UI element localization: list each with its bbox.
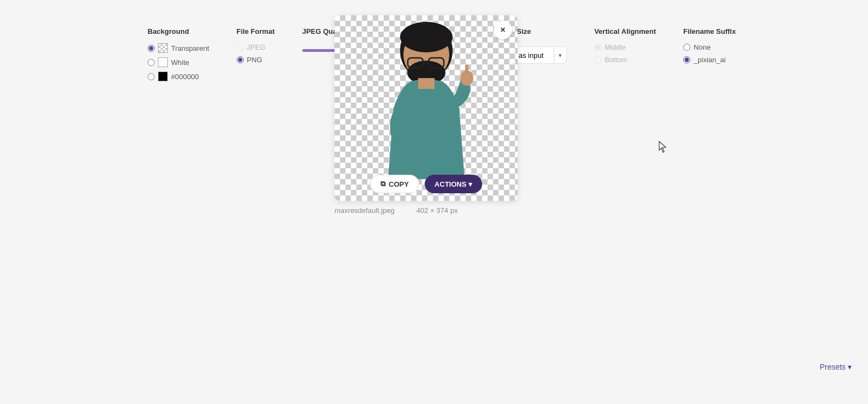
presets-link[interactable]: Presets ▾: [820, 363, 852, 371]
format-png-radio[interactable]: [237, 56, 244, 63]
copy-label: COPY: [389, 180, 409, 188]
format-jpeg-label: JPEG: [247, 43, 266, 51]
suffix-pixian-radio[interactable]: [683, 56, 690, 63]
background-white-label: White: [171, 58, 189, 67]
background-custom-radio[interactable]: [148, 73, 155, 80]
background-transparent-radio[interactable]: [148, 45, 155, 52]
transparent-swatch: [158, 43, 168, 53]
actions-button[interactable]: ACTIONS ▾: [425, 175, 482, 193]
suffix-pixian-row[interactable]: _pixian_ai: [683, 56, 736, 64]
alignment-bottom-label: Bottom: [605, 56, 627, 64]
vertical-alignment-group: Vertical Alignment Middle Bottom: [594, 27, 656, 64]
image-filename: maxresdefault.jpeg: [335, 206, 395, 215]
background-group: Background Transparent White #000000: [148, 27, 209, 81]
white-swatch: [158, 57, 168, 67]
actions-label: ACTIONS ▾: [435, 180, 472, 188]
result-size-arrow-icon[interactable]: ▾: [554, 52, 566, 59]
custom-color-swatch: [158, 72, 168, 81]
background-transparent-label: Transparent: [171, 44, 209, 52]
format-png-label: PNG: [247, 56, 262, 64]
file-format-title: File Format: [237, 27, 275, 35]
alignment-bottom-row[interactable]: Bottom: [594, 56, 656, 64]
filename-suffix-group: Filename Suffix None _pixian_ai: [683, 27, 736, 64]
suffix-none-radio[interactable]: [683, 44, 690, 51]
format-jpeg-radio[interactable]: [237, 44, 244, 51]
background-hex-label: #000000: [171, 73, 199, 81]
close-button[interactable]: ×: [494, 21, 512, 39]
format-jpeg-row[interactable]: JPEG: [237, 43, 275, 51]
format-png-row[interactable]: PNG: [237, 56, 275, 64]
filename-suffix-title: Filename Suffix: [683, 27, 736, 35]
svg-rect-9: [465, 64, 468, 76]
suffix-pixian-label: _pixian_ai: [694, 56, 726, 64]
person-image: [335, 15, 518, 201]
background-title: Background: [148, 27, 209, 35]
alignment-middle-row[interactable]: Middle: [594, 43, 656, 51]
suffix-none-label: None: [694, 43, 711, 51]
copy-button[interactable]: ⧉ COPY: [370, 175, 419, 193]
svg-point-2: [400, 22, 453, 52]
alignment-middle-radio[interactable]: [594, 44, 601, 51]
image-card: × ⧉ COPY ACTIONS ▾: [335, 15, 518, 201]
suffix-none-row[interactable]: None: [683, 43, 736, 51]
svg-rect-7: [418, 78, 435, 89]
file-format-group: File Format JPEG PNG: [237, 27, 275, 64]
background-white-radio[interactable]: [148, 59, 155, 66]
alignment-middle-label: Middle: [605, 43, 625, 51]
copy-icon: ⧉: [380, 180, 385, 188]
background-white-row[interactable]: White: [148, 57, 209, 67]
alignment-bottom-radio[interactable]: [594, 56, 601, 63]
background-transparent-row[interactable]: Transparent: [148, 43, 209, 53]
vertical-alignment-title: Vertical Alignment: [594, 27, 656, 35]
card-buttons: ⧉ COPY ACTIONS ▾: [335, 175, 518, 193]
background-custom-row[interactable]: #000000: [148, 72, 209, 81]
image-metadata: maxresdefault.jpeg 402 × 374 px: [335, 206, 518, 215]
cursor-pointer: [658, 140, 668, 153]
image-dimensions: 402 × 374 px: [417, 206, 458, 215]
presets-label: Presets ▾: [820, 363, 852, 371]
